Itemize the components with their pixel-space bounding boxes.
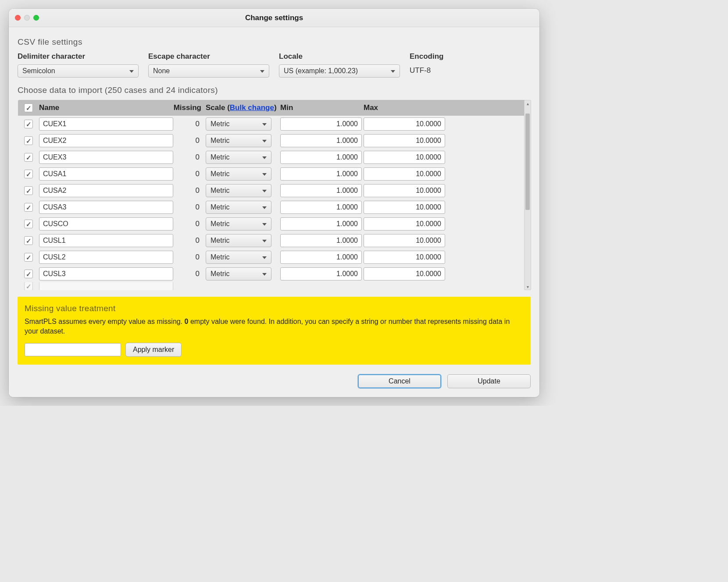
missing-value: 0 <box>173 120 200 128</box>
cancel-button[interactable]: Cancel <box>358 374 441 388</box>
missing-value: 0 <box>173 253 200 262</box>
min-input[interactable] <box>280 201 362 214</box>
scale-select[interactable]: Metric <box>206 201 271 214</box>
header-max: Max <box>362 103 445 112</box>
row-checkbox[interactable] <box>24 203 33 212</box>
max-input[interactable] <box>364 234 445 247</box>
scale-select[interactable]: Metric <box>206 184 271 197</box>
row-checkbox[interactable] <box>24 270 33 278</box>
scale-value: Metric <box>211 120 230 128</box>
max-input[interactable] <box>364 151 445 164</box>
row-checkbox[interactable] <box>24 120 33 128</box>
table-row: 0 Metric <box>18 199 530 216</box>
update-button[interactable]: Update <box>447 374 531 388</box>
locale-label: Locale <box>279 52 400 61</box>
name-input[interactable] <box>39 151 173 164</box>
name-input[interactable] <box>39 117 173 131</box>
scale-select[interactable]: Metric <box>206 217 271 231</box>
dialog-footer: Cancel Update <box>18 374 531 388</box>
scale-select[interactable]: Metric <box>206 167 271 181</box>
max-input[interactable] <box>364 184 445 197</box>
max-input[interactable] <box>364 251 445 264</box>
escape-select[interactable]: None <box>148 64 269 78</box>
scale-value: Metric <box>211 253 230 261</box>
name-input[interactable] <box>39 267 173 280</box>
max-input[interactable] <box>364 134 445 147</box>
scale-value: Metric <box>211 237 230 245</box>
scale-value: Metric <box>211 203 230 211</box>
scale-value: Metric <box>211 170 230 178</box>
bulk-change-link[interactable]: Bulk change <box>230 103 274 112</box>
min-input[interactable] <box>280 251 362 264</box>
max-input[interactable] <box>364 201 445 214</box>
row-checkbox[interactable] <box>24 220 33 228</box>
min-input[interactable] <box>280 217 362 231</box>
min-input[interactable] <box>280 151 362 164</box>
min-input[interactable] <box>280 167 362 181</box>
missing-value-box: Missing value treatment SmartPLS assumes… <box>18 297 531 365</box>
locale-select[interactable]: US (example: 1,000.23) <box>279 64 400 78</box>
scale-select[interactable]: Metric <box>206 267 271 280</box>
min-input[interactable] <box>280 134 362 147</box>
row-checkbox[interactable] <box>24 186 33 195</box>
csv-settings-title: CSV file settings <box>18 37 531 47</box>
scroll-up-icon[interactable]: ▴ <box>525 100 531 106</box>
max-input[interactable] <box>364 117 445 131</box>
scale-value: Metric <box>211 187 230 195</box>
min-input[interactable] <box>280 117 362 131</box>
scroll-down-icon[interactable]: ▾ <box>525 284 531 290</box>
name-input[interactable] <box>39 184 173 197</box>
row-checkbox[interactable] <box>24 236 33 245</box>
table-row: 0 Metric <box>18 116 530 132</box>
row-checkbox[interactable] <box>24 136 33 145</box>
scale-value: Metric <box>211 137 230 145</box>
name-input[interactable] <box>39 201 173 214</box>
min-input[interactable] <box>280 234 362 247</box>
dialog-window: Change settings CSV file settings Delimi… <box>9 9 539 397</box>
zoom-icon[interactable] <box>33 15 39 21</box>
name-input[interactable] <box>39 234 173 247</box>
min-input[interactable] <box>280 184 362 197</box>
header-name: Name <box>37 103 173 112</box>
scale-select[interactable]: Metric <box>206 234 271 247</box>
table-row: 0 Metric <box>18 166 530 182</box>
scale-value: Metric <box>211 270 230 278</box>
window-title: Change settings <box>9 14 539 22</box>
min-input[interactable] <box>280 267 362 280</box>
name-input[interactable] <box>39 134 173 147</box>
name-input[interactable] <box>39 282 173 290</box>
csv-settings-row: Delimiter character Semicolon Escape cha… <box>18 52 531 78</box>
scale-value: Metric <box>211 220 230 228</box>
row-checkbox[interactable] <box>24 153 33 162</box>
name-input[interactable] <box>39 217 173 231</box>
max-input[interactable] <box>364 217 445 231</box>
scroll-thumb[interactable] <box>525 114 530 210</box>
scale-select[interactable]: Metric <box>206 134 271 147</box>
import-summary: Choose data to import (250 cases and 24 … <box>18 85 531 95</box>
name-input[interactable] <box>39 251 173 264</box>
scale-select[interactable]: Metric <box>206 151 271 164</box>
max-input[interactable] <box>364 167 445 181</box>
close-icon[interactable] <box>15 15 21 21</box>
missing-marker-input[interactable] <box>25 343 121 356</box>
missing-value: 0 <box>173 236 200 245</box>
missing-value: 0 <box>173 153 200 162</box>
delimiter-select[interactable]: Semicolon <box>18 64 139 78</box>
select-all-checkbox[interactable] <box>24 103 33 112</box>
max-input[interactable] <box>364 267 445 280</box>
apply-marker-button[interactable]: Apply marker <box>125 343 182 357</box>
scrollbar[interactable]: ▴ ▾ <box>524 100 531 290</box>
titlebar: Change settings <box>9 9 539 27</box>
scale-value: Metric <box>211 153 230 161</box>
scale-select[interactable]: Metric <box>206 251 271 264</box>
table-row: 0 Metric <box>18 182 530 199</box>
scale-select[interactable]: Metric <box>206 117 271 131</box>
header-missing: Missing <box>173 103 204 112</box>
escape-value: None <box>153 67 170 75</box>
name-input[interactable] <box>39 167 173 181</box>
delimiter-value: Semicolon <box>22 67 55 75</box>
row-checkbox[interactable] <box>24 253 33 262</box>
row-checkbox[interactable] <box>24 282 33 290</box>
row-checkbox[interactable] <box>24 170 33 178</box>
table-body: 0 Metric 0 Metric 0 Metric 0 Metric 0 Me… <box>18 116 530 290</box>
